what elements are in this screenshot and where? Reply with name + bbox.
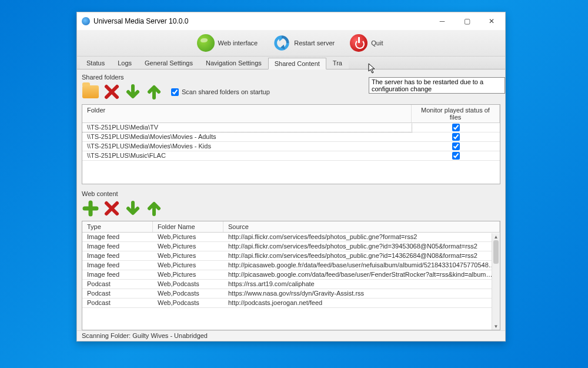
tab-navigation-settings[interactable]: Navigation Settings — [199, 57, 268, 69]
source-cell: http://api.flickr.com/services/feeds/pho… — [223, 233, 500, 241]
folder-cell: \\TS-251PLUS\Media\Movies\Movies - Kids — [82, 142, 412, 151]
titlebar[interactable]: Universal Media Server 10.0.0 ─ ▢ ✕ — [77, 12, 505, 30]
table-row[interactable]: \\TS-251PLUS\Media\Movies\Movies - Adult… — [82, 132, 500, 142]
monitor-cell — [412, 123, 500, 132]
monitor-cell — [412, 132, 500, 141]
type-cell: Podcast — [82, 299, 153, 307]
content-area: Shared folders Scan shared folders on st… — [77, 69, 505, 330]
tooltip: The server has to be restarted due to a … — [369, 77, 505, 94]
monitor-checkbox[interactable] — [452, 124, 460, 131]
web-content-table: Type Folder Name Source Image feedWeb,Pi… — [82, 221, 500, 330]
folder-cell: Web,Podcasts — [153, 299, 223, 307]
source-cell: http://api.flickr.com/services/feeds/pho… — [223, 251, 500, 260]
web-content-toolbar — [82, 200, 500, 217]
type-cell: Image feed — [82, 251, 153, 260]
toolbar: Web interface Restart server Quit — [77, 30, 505, 57]
scan-startup-checkbox[interactable]: Scan shared folders on startup — [171, 88, 270, 96]
shared-folders-table: Folder Monitor played status of files \\… — [82, 104, 500, 184]
source-cell: http://picasaweb.google.fr/data/feed/bas… — [223, 261, 500, 270]
web-move-up-button[interactable] — [145, 200, 163, 217]
monitor-cell — [412, 151, 500, 160]
table-row[interactable]: Image feedWeb,Pictureshttp://picasaweb.g… — [82, 261, 500, 270]
folder-cell: Web,Pictures — [153, 233, 223, 241]
tab-general-settings[interactable]: General Settings — [138, 57, 199, 69]
source-cell: http://api.flickr.com/services/feeds/pho… — [223, 242, 500, 251]
folder-cell: Web,Podcasts — [153, 280, 223, 289]
table-row[interactable]: PodcastWeb,Podcastshttps://www.nasa.gov/… — [82, 289, 500, 299]
web-table-body: Image feedWeb,Pictureshttp://api.flickr.… — [82, 233, 500, 308]
remove-folder-button[interactable] — [103, 83, 121, 101]
close-button[interactable]: ✕ — [479, 13, 504, 29]
col-folder[interactable]: Folder — [82, 105, 412, 122]
col-source[interactable]: Source — [223, 221, 500, 232]
remove-web-button[interactable] — [103, 200, 121, 217]
minimize-button[interactable]: ─ — [430, 13, 455, 29]
move-up-button[interactable] — [145, 83, 163, 101]
source-cell: http://podcasts.joerogan.net/feed — [223, 299, 500, 307]
power-icon — [350, 34, 368, 52]
shared-table-header: Folder Monitor played status of files — [82, 105, 500, 123]
folder-cell: Web,Pictures — [153, 261, 223, 270]
folder-cell: Web,Podcasts — [153, 289, 223, 298]
folder-cell: Web,Pictures — [153, 270, 223, 279]
web-interface-label: Web interface — [218, 39, 258, 47]
shared-table-body: \\TS-251PLUS\Media\TV\\TS-251PLUS\Media\… — [82, 123, 500, 161]
scrollbar[interactable]: ▲ ▼ — [492, 233, 500, 330]
globe-icon — [197, 34, 215, 52]
source-cell: https://rss.art19.com/caliphate — [223, 280, 500, 289]
web-content-title: Web content — [82, 190, 500, 197]
col-folder-name[interactable]: Folder Name — [153, 221, 223, 232]
scroll-down-icon[interactable]: ▼ — [492, 323, 500, 330]
col-type[interactable]: Type — [82, 221, 153, 232]
app-icon — [82, 17, 90, 25]
web-interface-button[interactable]: Web interface — [195, 32, 263, 54]
table-row[interactable]: PodcastWeb,Podcastshttp://podcasts.joero… — [82, 299, 500, 308]
quit-label: Quit — [371, 39, 383, 47]
restart-server-button[interactable]: Restart server — [270, 32, 339, 54]
app-window: Universal Media Server 10.0.0 ─ ▢ ✕ Web … — [76, 12, 506, 342]
folder-cell: \\TS-251PLUS\Music\FLAC — [82, 151, 412, 160]
table-row[interactable]: Image feedWeb,Pictureshttp://picasaweb.g… — [82, 270, 500, 280]
table-row[interactable]: \\TS-251PLUS\Music\FLAC — [82, 151, 500, 161]
folder-cell: \\TS-251PLUS\Media\Movies\Movies - Adult… — [82, 132, 412, 141]
type-cell: Image feed — [82, 242, 153, 251]
add-folder-button[interactable] — [82, 83, 99, 101]
folder-cell: \\TS-251PLUS\Media\TV — [82, 123, 412, 132]
type-cell: Image feed — [82, 270, 153, 279]
window-controls: ─ ▢ ✕ — [430, 13, 504, 29]
monitor-checkbox[interactable] — [452, 152, 460, 160]
tab-shared-content[interactable]: Shared Content — [268, 58, 326, 69]
type-cell: Podcast — [82, 289, 153, 298]
window-title: Universal Media Server 10.0.0 — [93, 17, 188, 25]
maximize-button[interactable]: ▢ — [455, 13, 479, 29]
table-row[interactable]: \\TS-251PLUS\Media\TV — [82, 123, 500, 132]
tab-status[interactable]: Status — [80, 57, 111, 69]
table-row[interactable]: Image feedWeb,Pictureshttp://api.flickr.… — [82, 251, 500, 261]
type-cell: Image feed — [82, 261, 153, 270]
scroll-up-icon[interactable]: ▲ — [492, 233, 500, 240]
tab-tra[interactable]: Tra — [326, 57, 349, 69]
scroll-thumb[interactable] — [493, 240, 499, 264]
add-web-button[interactable] — [82, 200, 99, 217]
table-row[interactable]: \\TS-251PLUS\Media\Movies\Movies - Kids — [82, 142, 500, 151]
folder-cell: Web,Pictures — [153, 251, 223, 260]
monitor-cell — [412, 142, 500, 151]
web-move-down-button[interactable] — [124, 200, 142, 217]
tab-logs[interactable]: Logs — [111, 57, 138, 69]
source-cell: https://www.nasa.gov/rss/dyn/Gravity-Ass… — [223, 289, 500, 298]
table-row[interactable]: PodcastWeb,Podcastshttps://rss.art19.com… — [82, 280, 500, 289]
folder-cell: Web,Pictures — [153, 242, 223, 251]
table-row[interactable]: Image feedWeb,Pictureshttp://api.flickr.… — [82, 242, 500, 251]
scan-startup-input[interactable] — [171, 88, 179, 96]
folder-icon — [82, 85, 99, 98]
move-down-button[interactable] — [124, 83, 142, 101]
table-row[interactable]: Image feedWeb,Pictureshttp://api.flickr.… — [82, 233, 500, 242]
monitor-checkbox[interactable] — [452, 133, 460, 141]
quit-button[interactable]: Quit — [348, 32, 387, 54]
monitor-checkbox[interactable] — [452, 142, 460, 150]
web-table-header: Type Folder Name Source — [82, 221, 500, 233]
scan-startup-label: Scan shared folders on startup — [182, 88, 270, 95]
type-cell: Podcast — [82, 280, 153, 289]
col-monitor[interactable]: Monitor played status of files — [412, 105, 500, 122]
restart-server-label: Restart server — [294, 39, 335, 47]
